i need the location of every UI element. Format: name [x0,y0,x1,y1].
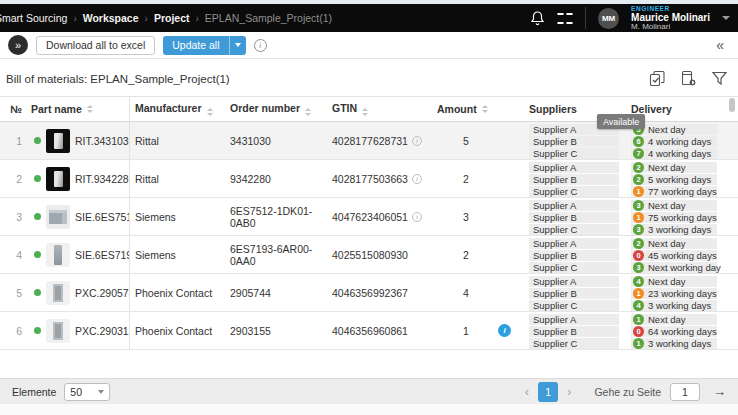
amount: 3 [437,211,469,223]
availability-badge[interactable]: 1 [633,212,644,223]
delivery-text: Next day [648,276,686,287]
page-size-select[interactable]: 50 [64,383,110,401]
update-all-dropdown-button[interactable] [229,36,246,55]
amount-info-icon[interactable]: i [498,324,511,337]
part-thumbnail [46,167,70,191]
delivery-text: 3 working days [648,300,711,311]
copy-selected-icon[interactable] [649,70,666,87]
availability-badge[interactable]: 3 [633,224,644,235]
vertical-scrollbar[interactable] [728,96,736,350]
column-header-gtin[interactable]: GTIN [330,102,437,116]
availability-badge[interactable]: 2 [633,162,644,173]
page-1-button[interactable]: 1 [538,382,558,402]
availability-badge[interactable]: 2 [633,174,644,185]
delivery-text: 64 working days [648,326,717,337]
supplier-name: Supplier B [529,288,619,299]
availability-badge[interactable]: 6 [633,136,644,147]
table-row[interactable]: 6 PXC.2903155 Phoenix Contact 2903155 40… [0,312,738,350]
suppliers-cell: Supplier ASupplier BSupplier C [527,160,623,197]
delivery-line: 2Next day [631,162,717,173]
scrollbar-thumb[interactable] [729,98,735,112]
actions-toolbar: » Download all to excel Update all i « [0,32,738,59]
order-number: 2903155 [228,325,330,337]
delivery-line: 4Next day [631,276,717,287]
column-header-manufacturer[interactable]: Manufacturer [130,102,228,116]
amount: 4 [437,287,469,299]
update-all-split-button[interactable]: Update all [163,36,245,55]
column-header-no: № [0,103,28,115]
delivery-line: 25 working days [631,174,717,185]
row-number: 2 [0,173,28,185]
breadcrumb-project[interactable]: Project [154,12,190,24]
export-settings-icon[interactable] [680,70,697,87]
order-number: 3431030 [228,135,330,147]
prev-page-icon[interactable]: ‹ [525,384,529,399]
filter-icon[interactable] [711,70,728,87]
goto-page-arrow-icon[interactable]: → [713,384,726,399]
column-header-amount[interactable]: Amount [437,103,527,115]
availability-badge[interactable]: 1 [633,186,644,197]
supplier-name: Supplier B [529,326,619,337]
sort-icon [362,108,368,116]
delivery-line: 13 working days [631,338,717,349]
update-all-button[interactable]: Update all [163,36,228,55]
collapse-panel-icon[interactable]: « [716,37,730,53]
availability-badge[interactable]: 0 [633,326,644,337]
availability-badge[interactable]: 1 [633,288,644,299]
gtin: 4047623406051 [332,211,408,223]
supplier-name: Supplier C [529,300,619,311]
breadcrumb-smart-sourcing[interactable]: Smart Sourcing [0,12,67,24]
availability-badge[interactable]: 3 [633,200,644,211]
table-row[interactable]: 4 SIE.6ES7193-6AR... Siemens 6ES7193-6AR… [0,236,738,274]
amount: 5 [437,135,469,147]
table-row[interactable]: 3 SIE.6ES7512-1DK... Siemens 6ES7512-1DK… [0,198,738,236]
delivery-line: 2Next day [631,238,717,249]
delivery-line: 175 working days [631,212,717,223]
column-header-part-name[interactable]: Part name [28,97,130,121]
availability-badge[interactable]: 4 [633,276,644,287]
chevron-down-icon [235,43,241,47]
manufacturer: Phoenix Contact [130,325,228,337]
suppliers-cell: Supplier ASupplier BSupplier C [527,236,623,273]
availability-dot-icon [34,175,41,182]
table-row[interactable]: 5 PXC.2905744 Phoenix Contact 2905744 40… [0,274,738,312]
next-page-icon[interactable]: › [567,384,571,399]
availability-badge[interactable]: 0 [633,250,644,261]
gtin-info-icon[interactable]: i [412,136,422,146]
delivery-line: 74 working days [631,148,717,159]
apps-grid-icon[interactable] [557,10,573,26]
supplier-name: Supplier C [529,262,619,273]
sort-icon [482,105,488,113]
user-menu-chevron-icon[interactable] [722,16,730,20]
supplier-name: Supplier A [529,162,619,173]
table-row[interactable]: 2 RIT.9342280 Rittal 9342280 40281775036… [0,160,738,198]
breadcrumb: Smart Sourcing › Workspace › Project › E… [0,12,332,24]
user-menu[interactable]: ENGINEER Maurice Molinari M. Molinari [631,5,710,32]
breadcrumb-workspace[interactable]: Workspace [83,12,139,24]
availability-badge[interactable]: 1 [633,338,644,349]
update-info-icon[interactable]: i [254,39,267,52]
notifications-bell-icon[interactable] [530,10,545,26]
gtin-info-icon[interactable]: i [412,174,422,184]
goto-page-label: Gehe zu Seite [594,386,661,398]
column-header-order-number[interactable]: Order number [228,102,330,116]
download-excel-button[interactable]: Download all to excel [36,36,155,55]
expand-panel-button[interactable]: » [8,35,28,55]
row-number: 3 [0,211,28,223]
gtin-info-icon[interactable]: i [412,212,422,222]
availability-badge[interactable]: 3 [633,262,644,273]
availability-badge[interactable]: 7 [633,148,644,159]
delivery-line: 1Next day [631,314,717,325]
supplier-name: Supplier A [529,238,619,249]
availability-badge[interactable]: 1 [633,314,644,325]
goto-page-input[interactable] [670,383,700,401]
avatar[interactable]: MM [598,8,619,29]
delivery-text: 77 working days [648,186,717,197]
availability-badge[interactable]: 4 [633,300,644,311]
manufacturer: Siemens [130,211,228,223]
delivery-cell: 3Next day175 working days33 working days [623,198,725,235]
delivery-line: 43 working days [631,300,717,311]
delivery-text: Next day [648,200,686,211]
order-number: 6ES7193-6AR00-0AA0 [228,243,330,267]
availability-badge[interactable]: 2 [633,238,644,249]
